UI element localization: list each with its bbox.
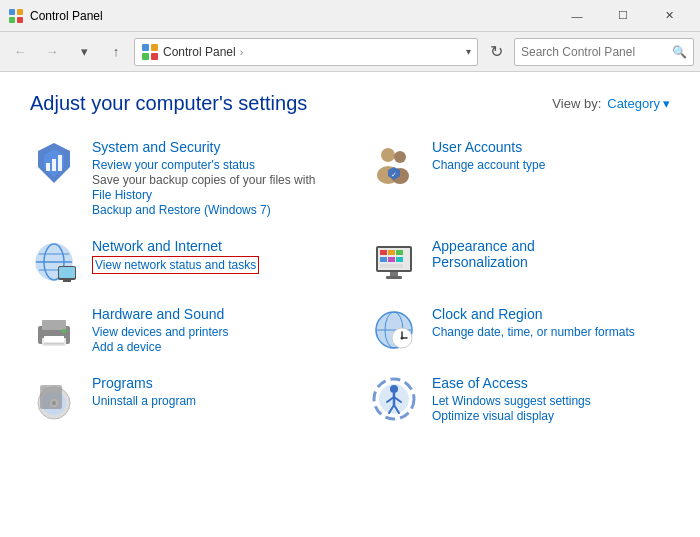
maximize-button[interactable]: ☐: [600, 0, 646, 32]
network-internet-link-1[interactable]: View network status and tasks: [92, 256, 259, 274]
hardware-sound-content: Hardware and Sound View devices and prin…: [92, 306, 229, 355]
svg-rect-10: [46, 163, 50, 171]
svg-rect-42: [44, 343, 64, 345]
system-security-link-1[interactable]: Review your computer's status: [92, 158, 315, 172]
appearance-personalization-content: Appearance andPersonalization: [432, 238, 535, 273]
address-bar-icon: [141, 43, 159, 61]
view-by-value-text: Category: [607, 96, 660, 111]
user-accounts-title[interactable]: User Accounts: [432, 139, 545, 155]
svg-point-43: [62, 329, 66, 333]
programs-title[interactable]: Programs: [92, 375, 196, 391]
ease-of-access-icon: [370, 375, 418, 423]
user-accounts-link-1[interactable]: Change account type: [432, 158, 545, 172]
svg-rect-29: [380, 250, 387, 255]
svg-rect-39: [42, 320, 66, 330]
address-bar[interactable]: Control Panel › ▾: [134, 38, 478, 66]
svg-rect-2: [9, 17, 15, 23]
hardware-sound-title[interactable]: Hardware and Sound: [92, 306, 229, 322]
list-item: Hardware and Sound View devices and prin…: [30, 306, 330, 355]
svg-rect-32: [380, 257, 387, 262]
svg-rect-11: [52, 159, 56, 171]
svg-rect-0: [9, 9, 15, 15]
svg-text:✓: ✓: [391, 171, 397, 178]
svg-rect-1: [17, 9, 23, 15]
search-icon[interactable]: 🔍: [672, 45, 687, 59]
view-by: View by: Category ▾: [552, 96, 670, 111]
svg-point-61: [390, 385, 398, 393]
svg-rect-6: [142, 53, 149, 60]
svg-rect-7: [151, 53, 158, 60]
programs-link-1[interactable]: Uninstall a program: [92, 394, 196, 408]
list-item: Ease of Access Let Windows suggest setti…: [370, 375, 670, 424]
svg-rect-12: [58, 155, 62, 171]
svg-point-52: [401, 337, 404, 340]
view-by-dropdown[interactable]: Category ▾: [607, 96, 670, 111]
svg-point-15: [394, 151, 406, 163]
items-grid: System and Security Review your computer…: [30, 139, 670, 424]
svg-rect-4: [142, 44, 149, 51]
recent-locations-button[interactable]: ▾: [70, 38, 98, 66]
svg-rect-5: [151, 44, 158, 51]
list-item: Clock and Region Change date, time, or n…: [370, 306, 670, 355]
address-separator: ›: [240, 46, 244, 58]
clock-region-title[interactable]: Clock and Region: [432, 306, 635, 322]
title-bar-text: Control Panel: [30, 9, 554, 23]
ease-of-access-title[interactable]: Ease of Access: [432, 375, 591, 391]
refresh-button[interactable]: ↻: [482, 38, 510, 66]
svg-rect-34: [396, 257, 403, 262]
hardware-sound-link-2[interactable]: Add a device: [92, 340, 229, 354]
svg-rect-44: [44, 336, 64, 342]
clock-region-icon: [370, 306, 418, 354]
ease-of-access-link-2[interactable]: Optimize visual display: [432, 409, 591, 423]
list-item: Appearance andPersonalization: [370, 238, 670, 286]
svg-rect-26: [63, 280, 71, 282]
svg-rect-35: [380, 264, 403, 268]
view-by-label: View by:: [552, 96, 601, 111]
svg-rect-31: [396, 250, 403, 255]
content-header: Adjust your computer's settings View by:…: [30, 92, 670, 115]
system-security-text-1: Save your backup copies of your files wi…: [92, 173, 315, 187]
list-item: ✓ User Accounts Change account type: [370, 139, 670, 218]
system-security-link-2[interactable]: File History: [92, 188, 315, 202]
forward-button[interactable]: →: [38, 38, 66, 66]
svg-rect-37: [386, 276, 402, 279]
programs-icon: [30, 375, 78, 423]
network-internet-title[interactable]: Network and Internet: [92, 238, 259, 254]
title-bar: Control Panel — ☐ ✕: [0, 0, 700, 32]
system-security-content: System and Security Review your computer…: [92, 139, 315, 218]
system-security-icon: [30, 139, 78, 187]
close-button[interactable]: ✕: [646, 0, 692, 32]
up-button[interactable]: ↑: [102, 38, 130, 66]
appearance-personalization-title[interactable]: Appearance andPersonalization: [432, 238, 535, 270]
search-input[interactable]: [521, 45, 672, 59]
programs-content: Programs Uninstall a program: [92, 375, 196, 409]
svg-rect-30: [388, 250, 395, 255]
svg-rect-3: [17, 17, 23, 23]
hardware-sound-icon: [30, 306, 78, 354]
system-security-title[interactable]: System and Security: [92, 139, 315, 155]
user-accounts-content: User Accounts Change account type: [432, 139, 545, 173]
user-accounts-icon: ✓: [370, 139, 418, 187]
appearance-personalization-icon: [370, 238, 418, 286]
clock-region-content: Clock and Region Change date, time, or n…: [432, 306, 635, 340]
search-box[interactable]: 🔍: [514, 38, 694, 66]
svg-rect-36: [390, 272, 398, 276]
page-title: Adjust your computer's settings: [30, 92, 307, 115]
list-item: System and Security Review your computer…: [30, 139, 330, 218]
address-dropdown-button[interactable]: ▾: [466, 46, 471, 57]
window-controls: — ☐ ✕: [554, 0, 692, 32]
svg-rect-58: [42, 387, 60, 393]
address-text: Control Panel ›: [163, 45, 243, 59]
hardware-sound-link-1[interactable]: View devices and printers: [92, 325, 229, 339]
clock-region-link-1[interactable]: Change date, time, or number formats: [432, 325, 635, 339]
svg-rect-25: [59, 267, 75, 278]
minimize-button[interactable]: —: [554, 0, 600, 32]
system-security-link-3[interactable]: Backup and Restore (Windows 7): [92, 203, 315, 217]
ease-of-access-link-1[interactable]: Let Windows suggest settings: [432, 394, 591, 408]
back-button[interactable]: ←: [6, 38, 34, 66]
ease-of-access-content: Ease of Access Let Windows suggest setti…: [432, 375, 591, 424]
svg-rect-33: [388, 257, 395, 262]
main-content: Adjust your computer's settings View by:…: [0, 72, 700, 444]
svg-point-13: [381, 148, 395, 162]
list-item: Network and Internet View network status…: [30, 238, 330, 286]
